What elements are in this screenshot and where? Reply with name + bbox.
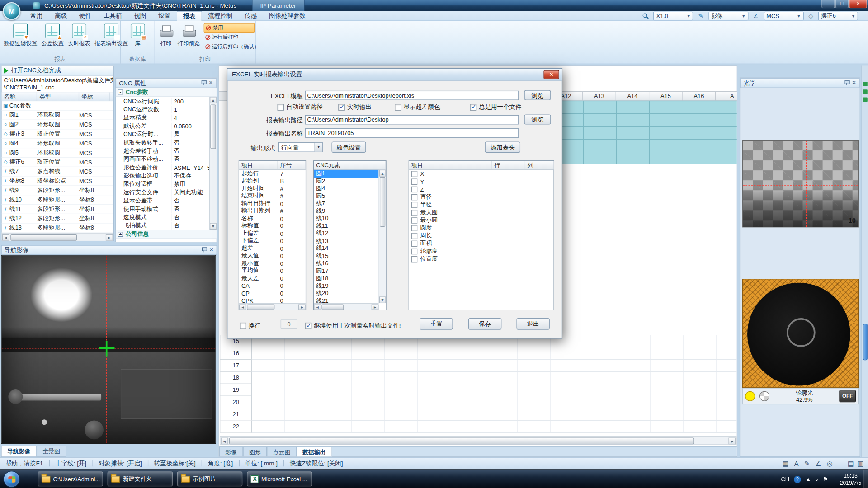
report-item-row[interactable]: 开始时间 #	[239, 185, 306, 192]
print-mode-option[interactable]: 运行后打印（确认）	[204, 42, 255, 52]
taskbar-button[interactable]: C:\Users\Admini...	[38, 471, 103, 486]
view-tab[interactable]: 影像	[219, 447, 243, 457]
report-item-row[interactable]: 上偏差 0	[239, 230, 306, 237]
report-item-row[interactable]: 最大值 0	[239, 252, 306, 260]
cnc-element-item[interactable]: 线16	[314, 259, 378, 267]
ribbon-tab[interactable]: 高级	[49, 11, 73, 21]
maximize-button[interactable]: □	[835, 0, 849, 8]
field-checkbox[interactable]	[411, 202, 417, 207]
property-row[interactable]: 显示精度 4	[116, 113, 210, 122]
field-checkbox[interactable]	[411, 225, 417, 231]
template-path-input[interactable]: C:\Users\Administrator\Desktop\report.xl…	[305, 91, 519, 100]
report-item-row[interactable]: 最小值 0	[239, 259, 306, 267]
add-table-header-button[interactable]: 添加表头	[485, 141, 520, 152]
report-item-row[interactable]: 起始行 7	[239, 170, 306, 178]
tolerance-settings-button[interactable]: ± 公差设置	[40, 23, 65, 49]
panel-icon[interactable]: ▤	[848, 460, 854, 467]
target-icon[interactable]: ◎	[827, 460, 833, 467]
cnc-element-item[interactable]: 线12	[314, 230, 378, 237]
nav-panel-tab[interactable]: 全景图	[37, 446, 66, 457]
property-row[interactable]: CNC运行间隔 200	[116, 97, 210, 105]
close-icon[interactable]: ✕	[209, 247, 213, 253]
cnc-element-item[interactable]: 线7	[314, 200, 378, 207]
tree-row[interactable]: / 线13 多段矩形... 坐标8	[2, 224, 113, 233]
property-row[interactable]: 默认公差 0.0500	[116, 122, 210, 130]
report-item-row[interactable]: 输出日期列 #	[239, 207, 306, 215]
ribbon-tab[interactable]: 常用	[24, 11, 49, 21]
tree-row[interactable]: / 线10 多段矩形... 坐标8	[2, 195, 113, 205]
cnc-element-item[interactable]: 圆2	[314, 177, 378, 185]
dialog-close-button[interactable]: ✕	[543, 70, 559, 80]
output-field-row[interactable]: 半径	[409, 201, 554, 208]
tree-row[interactable]: / 线12 多段矩形... 坐标8	[2, 214, 113, 224]
field-checkbox[interactable]	[411, 178, 417, 184]
sheet-horizontal-scrollbar[interactable]: ◄ ►	[220, 436, 737, 445]
start-button[interactable]	[3, 471, 20, 488]
property-row[interactable]: 超公差转手动 否	[116, 146, 210, 155]
output-path-input[interactable]: C:\Users\Administrator\Desktop	[305, 115, 519, 125]
expand-icon[interactable]: +	[118, 231, 123, 236]
pin-icon[interactable]	[201, 247, 206, 253]
show-desktop-button[interactable]	[863, 470, 868, 488]
tree-row[interactable]: + 坐标8 取坐标原点 MCS	[2, 177, 113, 186]
application-menu-button[interactable]: M	[3, 2, 20, 20]
close-icon[interactable]: ✕	[852, 80, 856, 86]
property-row[interactable]: 速度模式 否	[116, 213, 210, 221]
tree-row[interactable]: ◇ 摆正6 取正位置 MCS	[2, 158, 113, 167]
row-header[interactable]: 17	[220, 360, 252, 372]
field-checkbox[interactable]	[411, 217, 417, 223]
close-button[interactable]: ×	[849, 0, 867, 8]
report-item-row[interactable]: 平均值 0	[239, 267, 306, 275]
cnc-element-item[interactable]: 线9	[314, 207, 378, 215]
filled-data-cells[interactable]	[550, 101, 737, 164]
output-field-row[interactable]: 最小圆	[409, 216, 554, 224]
realtime-output-checkbox[interactable]: 实时输出	[338, 103, 371, 111]
ribbon-tab[interactable]: 流程控制	[202, 11, 239, 21]
list-horizontal-scrollbar[interactable]: ◄ ►	[314, 303, 378, 310]
property-row[interactable]: 抓取失败转手... 否	[116, 138, 210, 146]
view-tab[interactable]: 点云图	[267, 447, 297, 457]
tool-icon[interactable]	[863, 82, 868, 86]
field-checkbox[interactable]	[411, 186, 417, 192]
ring-light-icon[interactable]	[745, 391, 755, 401]
column-header[interactable]: A14	[616, 91, 649, 101]
light-off-button[interactable]: OFF	[839, 390, 856, 402]
part-camera-view[interactable]	[742, 279, 859, 388]
row-header[interactable]: 20	[220, 396, 252, 408]
collapse-icon[interactable]: -	[118, 89, 123, 94]
continue-last-file-checkbox[interactable]: 继续使用上次测量实时输出文件!	[305, 321, 401, 329]
field-checkbox[interactable]	[411, 233, 417, 239]
zoom-combo[interactable]: X1.0▼	[653, 12, 693, 21]
output-name-input[interactable]: TRAIN_20190705	[305, 128, 519, 138]
column-header[interactable]: A15	[649, 91, 682, 101]
property-row[interactable]: 运行安全文件 关闭此功能	[116, 188, 210, 196]
report-item-row[interactable]: 起始列 B	[239, 177, 306, 185]
report-item-row[interactable]: CP 0	[239, 289, 306, 297]
tree-row[interactable]: ▣ Cnc参数	[2, 101, 113, 111]
volume-icon[interactable]: ♪	[816, 476, 818, 483]
column-header[interactable]: A13	[583, 91, 616, 101]
magnified-pixel-view[interactable]: 10	[742, 140, 859, 227]
list-vertical-scrollbar[interactable]: ▲ ▼	[379, 170, 386, 303]
scroll-right-icon[interactable]: ►	[106, 234, 113, 241]
grid-icon[interactable]: ▦	[783, 460, 789, 467]
output-field-row[interactable]: 轮廓度	[409, 247, 554, 255]
props-section-company[interactable]: + 公司信息	[116, 230, 217, 239]
network-icon[interactable]: ⚑	[823, 476, 828, 483]
output-form-dropdown[interactable]: 行向量 ▼	[278, 142, 323, 152]
report-item-row[interactable]: 超差 0	[239, 244, 306, 252]
auto-path-checkbox[interactable]: 自动设置路径	[277, 103, 322, 111]
print-button[interactable]: 打印	[157, 23, 175, 49]
print-mode-option[interactable]: 禁用	[204, 23, 255, 33]
pin-icon[interactable]	[201, 80, 206, 86]
ribbon-tab[interactable]: 工具箱	[98, 11, 128, 21]
scroll-up-icon[interactable]: ▲	[210, 97, 217, 103]
field-checkbox[interactable]	[411, 209, 417, 215]
cnc-element-item[interactable]: 线13	[314, 237, 378, 245]
wrap-count-input[interactable]: 0	[281, 320, 297, 329]
property-row[interactable]: 形位公差评价... ASME_Y14_5	[116, 163, 210, 171]
cnc-element-item[interactable]: 圆5	[314, 192, 378, 200]
ribbon-tab[interactable]: 视图	[128, 11, 152, 21]
props-vertical-scrollbar[interactable]: ▲ ▼	[209, 97, 217, 230]
property-row[interactable]: 影像输出选项 不保存	[116, 172, 210, 180]
